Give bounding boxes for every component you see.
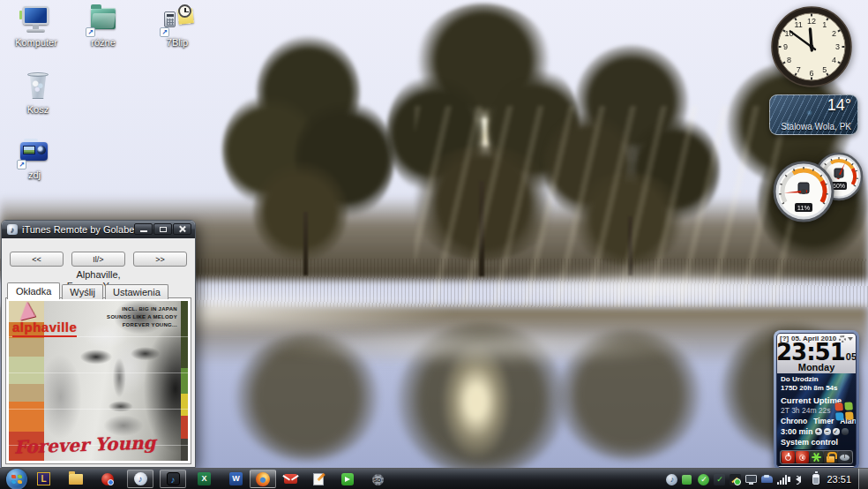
countdown-label: Do Urodzin [781, 375, 852, 384]
ram-percent: 60% [833, 183, 845, 189]
close-button[interactable] [173, 223, 191, 235]
desktop-icon-label: zdj [0, 169, 69, 180]
svg-text:8: 8 [787, 56, 791, 64]
windows-logo [11, 475, 22, 484]
play-pause-button[interactable]: Il/> [71, 252, 125, 267]
taskbar-media-app[interactable] [101, 472, 115, 486]
svg-text:7: 7 [797, 65, 801, 74]
restart-button[interactable] [810, 451, 823, 463]
sleep-button[interactable] [838, 451, 851, 463]
taskbar-clock[interactable]: 23:51 [827, 474, 851, 485]
clock-panel-body: Do Urodzin 175D 20h 8m 54s Current Uptim… [777, 373, 856, 450]
wallpaper-tree-left [222, 23, 394, 275]
tray-itunes-helper[interactable]: ♪ [666, 474, 677, 485]
timer-value: 3:00 min [781, 427, 813, 437]
cpu-percent: 11% [797, 204, 811, 212]
chevron-down-icon[interactable] [848, 337, 853, 341]
desktop-icon-label: Komputer [2, 37, 71, 48]
svg-text:3: 3 [835, 42, 840, 51]
tab-chrono[interactable]: Chrono [781, 417, 807, 426]
timer-minus-button[interactable]: − [824, 428, 831, 435]
shortcut-arrow-icon: ↗ [17, 160, 26, 169]
taskbar-explorer[interactable] [69, 472, 83, 486]
taskbar-word[interactable]: W [229, 472, 243, 486]
tab-wyslij[interactable]: Wyślij [62, 284, 103, 299]
minimize-button[interactable] [134, 223, 153, 235]
desktop-icon-komputer[interactable]: Komputer [2, 5, 71, 48]
cpu-gauge: 11% [773, 161, 834, 222]
track-artist: Alphaville, [2, 269, 195, 281]
remote-app-icon: ♪ [167, 472, 180, 485]
app-icon: ♪ [7, 224, 18, 235]
windows-logo [834, 402, 853, 420]
desktop-icon-zdj[interactable]: ↗ zdj [0, 138, 69, 180]
svg-text:11: 11 [795, 20, 803, 29]
taskbar-mail[interactable] [284, 472, 298, 486]
weather-gadget[interactable]: 14° Stalowa Wola, PK [769, 94, 858, 135]
tab-panel: alphaville INCL. BIG IN JAPAN SOUNDS LIK… [5, 297, 191, 464]
cpu-meter-gadget[interactable]: 60% 11% [773, 152, 868, 224]
timer-mode-button[interactable] [842, 428, 849, 435]
system-control-buttons [780, 450, 853, 464]
svg-text:6: 6 [809, 69, 813, 78]
taskbar-notepad[interactable] [311, 472, 326, 486]
svg-text:12: 12 [807, 17, 816, 26]
desktop-icon-label: 7Blip [143, 37, 212, 48]
gadget-seconds: 05 [846, 352, 857, 361]
desktop-icon-7blip[interactable]: ↗ 7Blip [143, 5, 212, 48]
next-track-button[interactable]: >> [133, 252, 187, 267]
itunes-icon: ♪ [134, 472, 147, 485]
desktop-icon-label: Kosz [4, 104, 72, 115]
tray-antivirus-shield[interactable]: ✓ [698, 474, 709, 485]
clock-gadget[interactable]: 123456789101112 [771, 6, 852, 87]
taskbar-itunes-open[interactable]: ♪ [127, 470, 153, 488]
tray-media-pen[interactable] [730, 474, 741, 485]
show-desktop-button[interactable] [858, 469, 868, 489]
blip-app-icon: ↗ [161, 5, 193, 35]
taskbar-remote-open[interactable]: ♪ [160, 470, 186, 488]
tab-ustawienia[interactable]: Ustawienia [105, 284, 168, 299]
system-tray: ♪ ✓ ✓ 23:51 [666, 469, 868, 489]
desktop-screen: Komputer ↗ różne ↗ 7Blip Kosz ↗ zdj [0, 0, 868, 489]
clock-panel-gadget[interactable]: [?] 05. April 2010 23:51 05 Monday [774, 330, 859, 470]
wallpaper-mist-3 [265, 327, 706, 366]
tab-okladka[interactable]: Okładka [7, 282, 60, 299]
svg-text:1: 1 [822, 20, 827, 29]
tab-timer[interactable]: Timer [813, 417, 834, 426]
svg-text:4: 4 [832, 56, 836, 64]
folder-icon: ↗ [87, 5, 119, 35]
album-cover: alphaville INCL. BIG IN JAPAN SOUNDS LIK… [9, 301, 188, 461]
svg-text:2: 2 [832, 29, 836, 38]
gadget-time: 23:51 [776, 342, 845, 364]
countdown-value: 175D 20h 8m 54s [781, 384, 852, 393]
window-title: iTunes Remote by Golabek [22, 224, 139, 235]
timer-plus-button[interactable]: + [815, 428, 822, 435]
lock-button[interactable] [824, 451, 837, 463]
timer-ok-button[interactable]: ✓ [833, 428, 840, 435]
tray-volume-icon[interactable] [793, 474, 804, 485]
shutdown-button[interactable] [796, 451, 809, 463]
itunes-remote-window: ♪ iTunes Remote by Golabek << Il/> >> Al… [1, 220, 196, 468]
previous-track-button[interactable]: << [10, 252, 64, 267]
tray-display-icon[interactable] [745, 474, 757, 485]
tray-update-check[interactable]: ✓ [714, 474, 725, 485]
taskbar-excel[interactable]: X [198, 472, 212, 486]
shortcut-arrow-icon: ↗ [160, 27, 169, 37]
tray-device-icon[interactable] [761, 474, 773, 485]
camera-icon: ↗ [19, 138, 50, 168]
maximize-button[interactable] [153, 223, 172, 235]
tray-battery-icon[interactable] [812, 474, 819, 485]
taskbar: L ♪ ♪ X W SD ♪ ✓ ✓ 23:51 [0, 468, 868, 489]
recycle-bin-icon [22, 72, 54, 102]
temperature-value: 14° [827, 96, 851, 115]
power-button[interactable] [782, 451, 795, 463]
taskbar-sd-tool[interactable]: SD [370, 472, 385, 486]
desktop-icon-kosz[interactable]: Kosz [4, 72, 72, 115]
desktop-icon-rozne[interactable]: ↗ różne [69, 5, 138, 48]
tray-green-square[interactable] [682, 474, 693, 485]
taskbar-app-l[interactable]: L [37, 472, 51, 486]
cover-artist-name: alphaville [12, 320, 77, 337]
taskbar-firefox-open[interactable] [250, 470, 276, 488]
taskbar-messenger[interactable] [340, 472, 355, 486]
start-button[interactable] [6, 469, 27, 489]
